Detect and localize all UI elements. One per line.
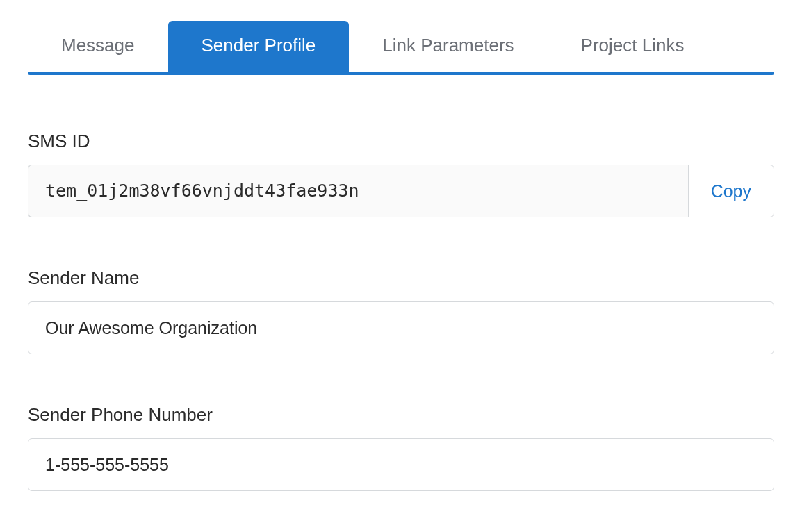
sms-id-value: tem_01j2m38vf66vnjddt43fae933n [28, 165, 688, 217]
tab-bar: Message Sender Profile Link Parameters P… [28, 21, 774, 75]
copy-button[interactable]: Copy [688, 165, 774, 217]
sender-name-input[interactable] [28, 301, 774, 354]
tab-message[interactable]: Message [28, 21, 168, 72]
sms-id-label: SMS ID [28, 131, 774, 152]
sender-phone-label: Sender Phone Number [28, 404, 774, 426]
sender-name-label: Sender Name [28, 267, 774, 289]
tab-sender-profile[interactable]: Sender Profile [168, 21, 350, 72]
tab-project-links[interactable]: Project Links [548, 21, 718, 72]
sender-phone-input[interactable] [28, 438, 774, 491]
tab-link-parameters[interactable]: Link Parameters [349, 21, 547, 72]
